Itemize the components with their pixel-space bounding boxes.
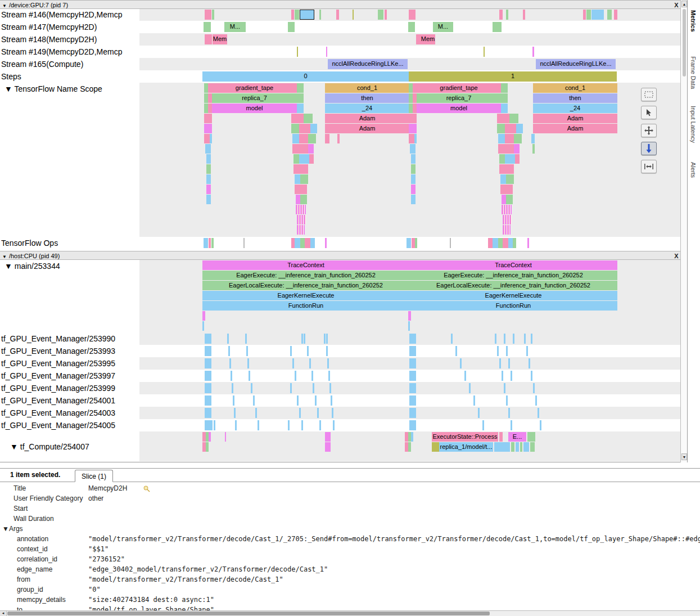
trace-slice[interactable] — [295, 238, 300, 248]
trace-slice[interactable] — [614, 10, 617, 20]
trace-slice[interactable] — [527, 238, 529, 248]
track-label-tf-gpu-event-manager-254005[interactable]: tf_GPU_Event_Manager/254005 — [1, 419, 138, 431]
trace-slice[interactable] — [411, 432, 413, 442]
trace-slice[interactable] — [253, 395, 255, 406]
trace-slice[interactable] — [495, 334, 496, 344]
trace-slice[interactable] — [309, 358, 311, 368]
trace-slice[interactable] — [293, 154, 299, 164]
trace-slice[interactable] — [499, 164, 514, 174]
slice-m[interactable]: M... — [224, 22, 246, 32]
trace-slice[interactable] — [508, 358, 510, 368]
trace-slice[interactable] — [317, 408, 319, 418]
trace-slice[interactable] — [204, 104, 208, 113]
slice-replica-7[interactable]: replica_7 — [212, 93, 297, 103]
trace-slice[interactable] — [409, 124, 417, 133]
trace-slice[interactable] — [296, 205, 306, 214]
timing-tool-button[interactable] — [641, 160, 657, 173]
marquee-tool-button[interactable] — [641, 88, 657, 101]
track-label-stream-165[interactable]: Stream #165(Compute) — [1, 58, 138, 70]
trace-slice[interactable] — [313, 383, 314, 393]
trace-slice[interactable] — [524, 334, 526, 344]
trace-slice[interactable] — [311, 371, 313, 381]
trace-slice[interactable] — [300, 195, 307, 204]
trace-slice[interactable] — [225, 432, 226, 442]
trace-slice[interactable] — [304, 114, 313, 123]
trace-slice[interactable] — [205, 408, 211, 418]
trace-slice[interactable] — [208, 83, 212, 93]
trace-slice[interactable] — [211, 238, 214, 248]
trace-slice[interactable] — [409, 134, 414, 143]
slice-0[interactable]: 0 — [202, 71, 409, 82]
trace-slice[interactable] — [297, 83, 304, 93]
trace-slice[interactable] — [204, 124, 212, 133]
trace-slice[interactable] — [208, 93, 212, 103]
trace-slice[interactable] — [295, 371, 296, 381]
scroll-up-button[interactable]: ▲ — [681, 1, 687, 7]
trace-slice[interactable] — [205, 10, 211, 20]
trace-slice[interactable] — [409, 114, 417, 123]
slice-24[interactable]: _24 — [533, 104, 617, 113]
trace-slice[interactable] — [315, 395, 317, 406]
trace-slice[interactable] — [309, 154, 314, 164]
trace-slice[interactable] — [506, 10, 508, 20]
trace-slice[interactable] — [307, 346, 309, 356]
track-label-tf-gpu-event-manager-253990[interactable]: tf_GPU_Event_Manager/253990 — [1, 332, 138, 345]
track-label-main-253344[interactable]: ▼ main/253344 — [1, 260, 142, 334]
trace-slice[interactable] — [503, 225, 511, 235]
trace-slice[interactable] — [319, 10, 321, 20]
trace-slice[interactable] — [297, 215, 306, 224]
trace-slice[interactable] — [385, 10, 387, 20]
slice-mem[interactable]: Mem — [421, 34, 435, 44]
trace-slice[interactable] — [533, 383, 535, 393]
trace-slice[interactable] — [299, 408, 301, 418]
trace-slice[interactable] — [523, 442, 529, 452]
slice-then[interactable]: then — [533, 93, 617, 103]
trace-slice[interactable] — [408, 442, 411, 452]
trace-slice[interactable] — [297, 104, 304, 113]
trace-slice[interactable] — [532, 47, 534, 57]
trace-slice[interactable] — [409, 83, 413, 93]
slice-executorstate-process[interactable]: ExecutorState::Process — [432, 432, 498, 442]
trace-slice[interactable] — [291, 10, 294, 20]
trace-slice[interactable] — [205, 395, 211, 406]
trace-slice[interactable] — [325, 442, 331, 452]
trace-slice[interactable] — [409, 10, 416, 20]
track-label-tf-gpu-event-manager-253993[interactable]: tf_GPU_Event_Manager/253993 — [1, 345, 138, 357]
trace-slice[interactable] — [411, 195, 416, 204]
trace-slice[interactable] — [498, 238, 503, 248]
slice-gradient-tape[interactable]: gradient_tape — [417, 83, 501, 93]
trace-slice[interactable] — [206, 174, 211, 184]
trace-slice[interactable] — [451, 334, 453, 344]
trace-slice[interactable] — [499, 10, 503, 20]
trace-slice[interactable] — [295, 185, 307, 194]
trace-slice[interactable] — [538, 408, 539, 418]
trace-slice[interactable] — [205, 358, 211, 368]
trace-slice[interactable] — [255, 408, 257, 418]
trace-slice[interactable] — [243, 238, 245, 248]
trace-slice[interactable] — [416, 34, 421, 44]
cpu-pane-header[interactable]: ▼/host:CPU (pid 49) X — [0, 251, 680, 260]
trace-slice[interactable] — [488, 238, 493, 248]
trace-slice[interactable] — [531, 334, 532, 344]
trace-slice[interactable] — [502, 371, 503, 381]
trace-slice[interactable] — [504, 334, 505, 344]
trace-slice[interactable] — [413, 104, 417, 113]
trace-slice[interactable] — [532, 144, 535, 154]
trace-slice[interactable] — [297, 395, 299, 406]
trace-slice[interactable] — [409, 346, 416, 356]
trace-slice[interactable] — [202, 311, 205, 321]
track-label-tf-gpu-event-manager-253995[interactable]: tf_GPU_Event_Manager/253995 — [1, 357, 138, 370]
trace-slice[interactable] — [513, 334, 514, 344]
trace-slice[interactable] — [209, 238, 211, 248]
trace-slice[interactable] — [204, 134, 210, 143]
trace-slice[interactable] — [516, 442, 519, 452]
trace-slice[interactable] — [209, 432, 211, 442]
trace-slice[interactable] — [205, 371, 211, 381]
trace-slice[interactable] — [326, 334, 328, 344]
trace-slice[interactable] — [336, 10, 339, 20]
trace-slice[interactable] — [499, 432, 503, 442]
trace-slice[interactable] — [308, 134, 316, 143]
tab-frame-data[interactable]: Frame Data — [690, 56, 697, 89]
trace-slice[interactable] — [499, 358, 501, 368]
trace-slice[interactable] — [450, 238, 451, 248]
